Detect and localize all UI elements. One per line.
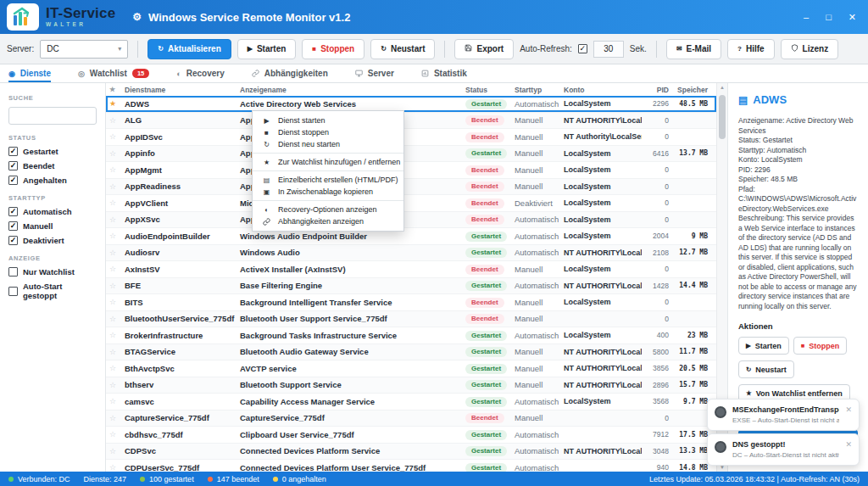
detail-start-button[interactable]: ▶ Starten [738,337,789,355]
table-row[interactable]: ☆AudioEndpointBuilderWindows Audio Endpo… [106,228,716,245]
checkbox[interactable] [8,287,18,296]
checkbox[interactable]: ✓ [8,236,18,245]
scroll-up-icon[interactable]: ▲ [717,83,727,92]
checkbox[interactable] [8,267,18,277]
table-row[interactable]: ☆AxInstSVActiveX Installer (AxInstSV)Bee… [106,261,716,278]
tab-abhängigkeiten[interactable]: Abhängigkeiten [252,64,328,82]
detail-restart-button[interactable]: ↻ Neustart [738,360,794,378]
menu-item-einzelbericht-erstellen-html-pdf-[interactable]: ▤Einzelbericht erstellen (HTML/PDF) [253,174,403,186]
search-input[interactable] [8,107,97,125]
table-row[interactable]: ☆AppinfoApplication InformationGestartet… [106,146,716,163]
checkbox[interactable]: ✓ [8,147,18,156]
filter-checkbox-auto-start-gestoppt[interactable]: Auto-Start gestoppt [8,282,97,300]
tab-dienste[interactable]: ◉Dienste [8,64,51,82]
watchlist-star-icon[interactable]: ☆ [106,116,120,125]
watchlist-star-icon[interactable]: ☆ [106,447,120,455]
table-row[interactable]: ☆BthAvctpSvcAVCTP serviceGestartetManuel… [106,360,716,377]
table-row[interactable]: ☆BTAGServiceBluetooth Audio Gateway Serv… [106,344,716,361]
column-header-starttyp[interactable]: Starttyp [509,86,559,94]
tab-server[interactable]: Server [355,64,394,82]
close-icon[interactable]: ✕ [845,405,852,424]
table-row[interactable]: ☆AppIDSvcApplication IdentityBeendetManu… [106,129,716,146]
filter-checkbox-automatisch[interactable]: ✓Automatisch [8,207,97,216]
tab-watchlist[interactable]: ◎Watchlist15 [78,64,149,82]
table-row[interactable]: ☆cbdhsvc_775dfClipboard User Service_775… [106,427,716,444]
table-row[interactable]: ☆AppMgmtApplication ManagementBeendetMan… [106,162,716,179]
watchlist-star-icon[interactable]: ☆ [106,364,120,372]
table-row[interactable]: ☆BFEBase Filtering EngineGestartetAutoma… [106,278,716,295]
watchlist-star-icon[interactable]: ☆ [106,132,120,141]
menu-item-dienst-stoppen[interactable]: ■Dienst stoppen [253,126,403,138]
table-row[interactable]: ☆bthservBluetooth Support ServiceGestart… [106,377,716,394]
watchlist-star-icon[interactable]: ☆ [106,165,120,174]
watchlist-star-icon[interactable]: ☆ [106,348,120,356]
scrollbar-thumb[interactable] [719,95,726,139]
table-row[interactable]: ☆BITSBackground Intelligent Transfer Ser… [106,294,716,311]
watchlist-star-icon[interactable]: ☆ [106,232,120,240]
watchlist-star-icon[interactable]: ☆ [106,331,120,339]
table-row[interactable]: ★ADWSActive Directory Web ServicesGestar… [106,96,716,113]
menu-item-in-zwischenablage-kopieren[interactable]: ▣In Zwischenablage kopieren [253,186,403,198]
table-row[interactable]: ☆BluetoothUserService_775dfBluetooth Use… [106,311,716,328]
column-header-anzeigename[interactable]: Anzeigename [235,86,460,94]
tab-recovery[interactable]: ◐Recovery [176,64,224,82]
watchlist-star-icon[interactable]: ☆ [106,265,120,273]
column-header-pid[interactable]: PID [642,86,670,94]
column-header-star[interactable]: ★ [106,86,120,93]
filter-checkbox-beendet[interactable]: ✓Beendet [8,161,97,170]
table-row[interactable]: ☆BrokerInfrastructureBackground Tasks In… [106,327,716,344]
watchlist-star-icon[interactable]: ☆ [106,249,120,257]
column-header-speicher[interactable]: Speicher [670,86,713,94]
watchlist-star-icon[interactable]: ☆ [106,414,120,422]
table-row[interactable]: ☆ALGApplication Layer Gateway ServiceBee… [106,113,716,130]
watchlist-star-icon[interactable]: ☆ [106,315,120,323]
watchlist-star-icon[interactable]: ☆ [106,397,120,405]
help-button[interactable]: ? Hilfe [727,39,775,59]
close-icon[interactable]: ✕ [845,440,852,459]
watchlist-star-icon[interactable]: ☆ [106,381,120,389]
watchlist-star-icon[interactable]: ★ [106,99,120,108]
table-row[interactable]: ☆AudiosrvWindows AudioGestartetAutomatis… [106,245,716,262]
checkbox[interactable]: ✓ [8,161,18,170]
table-row[interactable]: ☆CDPUserSvc_775dfConnected Devices Platf… [106,460,716,472]
autorefresh-checkbox[interactable]: ✓ [578,44,587,53]
watchlist-star-icon[interactable]: ☆ [106,198,120,207]
table-row[interactable]: ☆camsvcCapability Access Manager Service… [106,394,716,411]
watchlist-star-icon[interactable]: ☆ [106,215,120,224]
watchlist-star-icon[interactable]: ☆ [106,463,120,472]
detail-stop-button[interactable]: ■ Stoppen [793,337,848,355]
stop-button[interactable]: ■ Stoppen [302,39,364,59]
table-row[interactable]: ☆CaptureService_775dfCaptureService_775d… [106,411,716,427]
column-header-status[interactable]: Status [460,86,509,94]
watchlist-star-icon[interactable]: ☆ [106,298,120,306]
minimize-button[interactable]: – [804,12,809,22]
menu-item-dienst-neu-starten[interactable]: ↻Dienst neu starten [253,138,403,150]
menu-item-recovery-optionen-anzeigen[interactable]: ◐Recovery-Optionen anzeigen [253,204,403,215]
license-button[interactable]: Lizenz [781,39,839,59]
filter-checkbox-deaktiviert[interactable]: ✓Deaktiviert [8,236,97,245]
export-button[interactable]: Export [454,39,514,59]
server-select[interactable]: DC ▾ [40,40,128,59]
filter-checkbox-nur-watchlist[interactable]: Nur Watchlist [8,267,97,277]
tab-statistik[interactable]: Statistik [421,64,467,82]
checkbox[interactable]: ✓ [8,221,18,231]
close-button[interactable]: ✕ [849,12,856,23]
filter-checkbox-gestartet[interactable]: ✓Gestartet [8,147,97,156]
column-header-dienstname[interactable]: Dienstname [120,86,235,94]
menu-item-zur-watchlist-hinzufügen-entfernen[interactable]: ★Zur Watchlist hinzufügen / entfernen [253,156,403,168]
watchlist-star-icon[interactable]: ☆ [106,282,120,290]
filter-checkbox-angehalten[interactable]: ✓Angehalten [8,176,97,185]
table-row[interactable]: ☆CDPSvcConnected Devices Platform Servic… [106,444,716,461]
autorefresh-interval-input[interactable] [593,41,624,58]
refresh-button[interactable]: ↻ Aktualisieren [147,39,231,59]
table-row[interactable]: ☆AppReadinessApp ReadinessBeendetManuell… [106,179,716,196]
table-row[interactable]: ☆AppVClientMicrosoft App-V ClientBeendet… [106,195,716,212]
checkbox[interactable]: ✓ [8,176,18,185]
watchlist-star-icon[interactable]: ☆ [106,182,120,191]
watchlist-star-icon[interactable]: ☆ [106,149,120,158]
column-header-konto[interactable]: Konto [559,86,642,94]
start-button[interactable]: ▶ Starten [237,39,297,59]
menu-item-dienst-starten[interactable]: ▶Dienst starten [253,115,403,126]
maximize-button[interactable]: □ [826,12,832,22]
watchlist-star-icon[interactable]: ☆ [106,430,120,439]
